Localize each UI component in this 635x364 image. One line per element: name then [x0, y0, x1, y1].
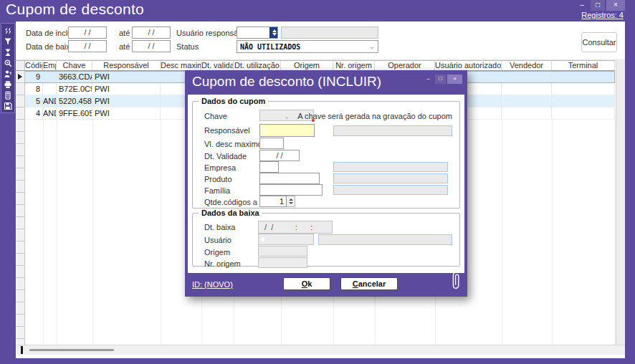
col-usuario-autorizador[interactable]: Usuário autorizador — [435, 61, 502, 71]
filter-panel: Data de inclusão Data de baixa / / até /… — [16, 21, 625, 60]
data-inclusao-de-input[interactable]: / / — [68, 27, 107, 39]
chevron-down-icon[interactable]: ⌄ — [366, 43, 378, 50]
col-nr-origem[interactable]: Nr. origem — [333, 61, 375, 71]
lookup-spinner-icon[interactable] — [269, 27, 277, 38]
qtde-value[interactable]: 1 — [259, 196, 287, 207]
minimize-icon[interactable]: – — [575, 0, 589, 11]
cell-codigo[interactable]: 9 — [25, 71, 43, 83]
spin-updown-icon[interactable] — [287, 196, 295, 207]
refresh-icon[interactable] — [1, 25, 14, 36]
col-responsavel[interactable]: Responsável — [92, 61, 161, 71]
col-dt-utilizacao[interactable]: Dt. utilização — [234, 61, 281, 71]
empresa-input[interactable] — [259, 161, 279, 173]
ok-button[interactable]: Ok — [283, 277, 330, 290]
data-baixa-de-input[interactable]: / / — [68, 40, 107, 52]
cell-responsavel[interactable]: PWI — [92, 83, 161, 95]
col-emp[interactable]: Emp — [43, 61, 57, 71]
dt-validade-label: Dt. Validade — [204, 152, 247, 161]
responsavel-input[interactable] — [259, 124, 315, 137]
lookup-spinner-icon[interactable] — [305, 234, 313, 244]
cell-codigo[interactable]: 8 — [25, 83, 43, 95]
qtde-spinner[interactable]: 1 — [259, 196, 295, 207]
produto-display — [333, 173, 448, 183]
col-terminal[interactable]: Terminal — [552, 61, 615, 71]
user-icon[interactable] — [1, 68, 14, 79]
filter-icon[interactable] — [1, 36, 14, 47]
empty-row-gutter — [16, 120, 25, 345]
status-combobox[interactable]: NÃO UTILIZADOS ⌄ — [237, 40, 378, 53]
col-chave[interactable]: Chave — [57, 61, 92, 71]
col-codigo[interactable]: Código — [25, 61, 43, 71]
hourglass-icon[interactable] — [1, 47, 14, 57]
origem-field — [258, 246, 307, 257]
cell-responsavel[interactable]: PWI — [92, 95, 161, 107]
cell-emp[interactable] — [43, 71, 57, 83]
cell-emp[interactable]: AND — [43, 95, 57, 107]
printer-icon[interactable] — [1, 79, 14, 90]
cell-chave[interactable]: B72E.0C98 — [57, 83, 92, 95]
cancel-button[interactable]: Cancelar — [340, 277, 398, 290]
vl-desc-input[interactable] — [259, 138, 284, 149]
dialog-footer: ID: (NOVO) Ok Cancelar — [185, 273, 467, 297]
save-icon[interactable] — [1, 100, 14, 111]
data-baixa-ate-input[interactable]: / / — [132, 40, 171, 52]
cell-chave[interactable]: 9FFE.6058 — [57, 107, 92, 120]
dialog-minimize-icon[interactable]: – — [423, 75, 434, 84]
cell-chave[interactable]: 3663.CDA5 — [57, 71, 92, 83]
empresa-label: Empresa — [204, 163, 236, 172]
scrollbar-thumb[interactable] — [29, 349, 114, 351]
cell-chave[interactable]: 5220.4583 — [57, 95, 92, 107]
row-selector-cell[interactable] — [16, 95, 25, 107]
produto-input[interactable] — [259, 173, 320, 184]
dialog-close-icon[interactable]: × — [447, 75, 462, 84]
produto-label: Produto — [204, 175, 232, 183]
zoom-icon[interactable] — [1, 57, 14, 68]
responsavel-display — [333, 125, 452, 136]
data-baixa-label: Data de baixa — [26, 42, 75, 51]
dt-baixa-label: Dt. baixa — [204, 223, 235, 231]
usuario-responsavel-input[interactable] — [237, 27, 278, 39]
lookup-spinner-icon[interactable] — [306, 125, 314, 136]
close-icon[interactable]: × — [606, 0, 625, 11]
dialog-body: Dados do cupom Chave . A chave será gera… — [188, 95, 464, 273]
dt-validade-input[interactable]: / / — [259, 150, 300, 161]
cell-codigo[interactable]: 4 — [25, 107, 43, 120]
dialog-title: Cupom de desconto (INCLUIR) — [192, 74, 381, 90]
data-inclusao-ate-input[interactable]: / / — [132, 27, 171, 39]
lookup-spinner-icon[interactable] — [311, 173, 319, 183]
restore-icon[interactable]: □ — [591, 0, 605, 11]
col-operador[interactable]: Operador — [375, 61, 435, 71]
paperclip-icon[interactable] — [450, 270, 462, 294]
cell-emp[interactable] — [43, 83, 57, 95]
status-label: Status — [176, 42, 199, 51]
chave-label: Chave — [204, 112, 227, 120]
calculator-icon[interactable] — [1, 90, 14, 100]
group-title: Dados da baixa — [199, 209, 262, 217]
familia-label: Família — [204, 186, 230, 195]
col-origem[interactable]: Origem — [281, 61, 333, 71]
title-bar: Cupom de desconto – □ × Registros: 4 — [0, 0, 635, 21]
lookup-spinner-icon[interactable] — [270, 162, 278, 172]
familia-input[interactable] — [259, 184, 323, 196]
dialog-restore-icon[interactable]: □ — [435, 75, 446, 84]
cell-codigo[interactable]: 5 — [25, 95, 43, 107]
consultar-button[interactable]: Consultar — [581, 32, 617, 52]
horizontal-scrollbar[interactable] — [16, 345, 625, 355]
ate-label-1: até — [119, 29, 130, 37]
cell-emp[interactable]: AND — [43, 107, 57, 120]
grid-header: Código Emp Chave Responsável Desc maximo… — [16, 60, 615, 71]
cell-responsavel[interactable]: PWI — [92, 107, 161, 120]
grid-size-handle[interactable] — [21, 346, 23, 354]
col-desc-maximo[interactable]: Desc maximo(%) — [161, 61, 201, 71]
lookup-spinner-icon[interactable] — [314, 185, 322, 195]
row-selector-cell[interactable] — [16, 107, 25, 120]
col-vendedor[interactable]: Vendedor — [502, 61, 552, 71]
origem-label: Origem — [204, 248, 230, 257]
id-novo-link[interactable]: ID: (NOVO) — [192, 280, 233, 289]
toolbox — [1, 23, 15, 113]
cell-responsavel[interactable]: PWI — [92, 71, 161, 83]
col-dt-validade[interactable]: Dt. validade — [201, 61, 234, 71]
row-selector-cell[interactable] — [16, 71, 25, 83]
row-selector-cell[interactable] — [16, 83, 25, 95]
registros-link[interactable]: Registros: 4 — [581, 11, 624, 19]
